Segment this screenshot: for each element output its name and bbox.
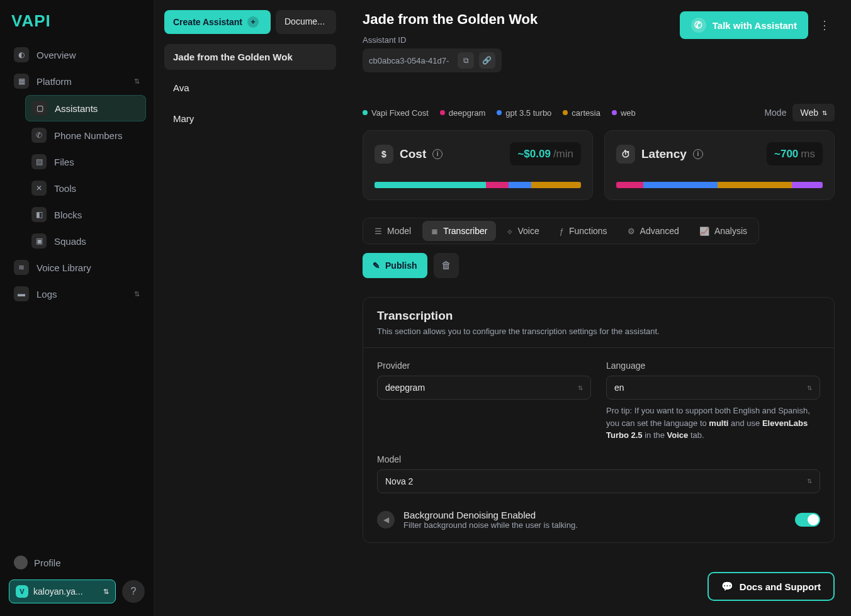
label: Logs (37, 289, 57, 300)
tab-transcriber[interactable]: ≣Transcriber (422, 221, 496, 241)
label: Publish (385, 260, 417, 271)
docs-support-button[interactable]: 💬 Docs and Support (707, 572, 835, 601)
mode-dropdown[interactable]: Web ⇅ (792, 104, 835, 121)
chevron-updown-icon: ⇅ (134, 77, 140, 86)
assistant-item-jade[interactable]: Jade from the Golden Wok (164, 44, 336, 70)
dollar-icon: $ (375, 145, 393, 164)
phone-icon: ✆ (31, 128, 47, 143)
language-select[interactable]: en ⇅ (606, 376, 820, 400)
nav-blocks[interactable]: ◧ Blocks (25, 202, 146, 227)
nav-assistants[interactable]: ▢ Assistants (25, 95, 146, 121)
nav: ◐ Overview ▦ Platform ⇅ ▢ Assistants ✆ P… (0, 42, 154, 544)
publish-button[interactable]: ✎ Publish (363, 253, 427, 278)
copy-icon[interactable]: ⧉ (458, 52, 474, 69)
tab-voice[interactable]: ⟐Voice (499, 221, 548, 241)
info-icon[interactable]: i (432, 149, 442, 159)
nav-phone-numbers[interactable]: ✆ Phone Numbers (25, 123, 146, 148)
nav-tools[interactable]: ✕ Tools (25, 176, 146, 201)
tab-advanced[interactable]: ⚙Advanced (619, 221, 688, 241)
latency-value: ~700 (774, 148, 798, 160)
trash-icon: 🗑 (441, 260, 451, 271)
label: Latency (641, 147, 687, 161)
wave-icon: ≋ (14, 260, 29, 275)
nav-profile[interactable]: Profile (9, 551, 145, 574)
nav-platform[interactable]: ▦ Platform ⇅ (8, 69, 146, 94)
transcription-panel: Transcription This section allows you to… (363, 297, 835, 543)
dot-icon (563, 110, 568, 115)
documentation-button[interactable]: Docume... (276, 10, 336, 34)
plus-icon: + (247, 16, 259, 28)
latency-card: ⏱ Latency i ~700ms (604, 130, 835, 200)
nav-logs[interactable]: ▬ Logs ⇅ (8, 281, 146, 306)
latency-metric: ~700ms (767, 142, 823, 165)
mode-label: Mode (764, 108, 786, 118)
tools-icon: ✕ (31, 181, 47, 196)
squads-icon: ▣ (31, 233, 47, 249)
sidebar-bottom: Profile V kaloyan.ya... ⇅ ? (0, 544, 154, 610)
file-icon: ▤ (31, 154, 47, 169)
assistant-item-ava[interactable]: Ava (164, 75, 336, 101)
tab-functions[interactable]: ƒFunctions (551, 221, 616, 241)
info-icon[interactable]: i (693, 149, 703, 159)
link-icon[interactable]: 🔗 (479, 52, 495, 69)
denoising-toggle[interactable] (795, 513, 820, 527)
dot-icon (363, 110, 368, 115)
sidebar: VAPI ◐ Overview ▦ Platform ⇅ ▢ Assistant… (0, 0, 154, 616)
chart-icon: 📈 (699, 227, 709, 236)
assistant-item-mary[interactable]: Mary (164, 106, 336, 132)
globe-icon: ◐ (14, 47, 29, 62)
create-assistant-button[interactable]: Create Assistant + (164, 10, 271, 34)
mode-value: Web (800, 108, 818, 118)
nav-overview[interactable]: ◐ Overview (8, 42, 146, 67)
voice-icon: ⟐ (507, 227, 512, 236)
more-menu-button[interactable]: ⋮ (814, 15, 835, 35)
latency-unit: ms (801, 148, 815, 160)
model-label: Model (377, 454, 820, 464)
phone-icon: ✆ (691, 18, 706, 33)
nav-voice-library[interactable]: ≋ Voice Library (8, 255, 146, 280)
talk-with-assistant-button[interactable]: ✆ Talk with Assistant (680, 11, 808, 39)
chat-icon: 💬 (721, 581, 733, 592)
config-tabs: ☰Model ≣Transcriber ⟐Voice ƒFunctions ⚙A… (363, 218, 759, 244)
assistant-list-panel: Create Assistant + Docume... Jade from t… (154, 0, 346, 616)
mode-selector: Mode Web ⇅ (764, 104, 835, 121)
cost-card: $ Cost i ~$0.09/min (363, 130, 593, 200)
tab-model[interactable]: ☰Model (366, 221, 420, 241)
tab-analysis[interactable]: 📈Analysis (690, 221, 756, 241)
assistant-id-chip: cb0abca3-054a-41d7- ⧉ 🔗 (363, 48, 502, 72)
chevron-updown-icon: ⇅ (103, 588, 109, 596)
label: Talk with Assistant (713, 20, 797, 31)
legend-item: Vapi Fixed Cost (363, 108, 429, 118)
label: Profile (34, 557, 61, 568)
provider-value: deepgram (385, 383, 425, 393)
legend-item: deepgram (440, 108, 486, 118)
panel-desc: This section allows you to configure the… (377, 327, 820, 336)
label: Docs and Support (740, 581, 821, 592)
cost-unit: /min (553, 148, 573, 160)
help-button[interactable]: ? (122, 580, 145, 603)
label: Platform (37, 76, 72, 87)
language-label: Language (606, 361, 820, 371)
cost-metric: ~$0.09/min (510, 142, 581, 165)
dot-icon (612, 110, 617, 115)
model-select[interactable]: Nova 2 ⇅ (377, 469, 820, 493)
nav-files[interactable]: ▤ Files (25, 149, 146, 174)
dot-icon (440, 110, 445, 115)
logs-icon: ▬ (14, 286, 29, 301)
nav-squads[interactable]: ▣ Squads (25, 228, 146, 254)
layers-icon: ▦ (14, 74, 29, 89)
provider-select[interactable]: deepgram ⇅ (377, 376, 591, 400)
functions-icon: ƒ (560, 227, 564, 236)
label: Phone Numbers (54, 130, 122, 141)
kebab-icon: ⋮ (819, 18, 830, 32)
account-row: V kaloyan.ya... ⇅ ? (9, 580, 145, 603)
latency-breakdown-bar (616, 182, 823, 188)
toggle-knob (808, 514, 819, 525)
stopwatch-icon: ⏱ (616, 145, 635, 164)
cost-breakdown-bar (375, 182, 581, 188)
legend-item: web (612, 108, 636, 118)
account-badge-icon: V (16, 585, 28, 598)
delete-button[interactable]: 🗑 (434, 253, 459, 278)
account-selector[interactable]: V kaloyan.ya... ⇅ (9, 580, 116, 603)
label: Squads (54, 236, 86, 247)
